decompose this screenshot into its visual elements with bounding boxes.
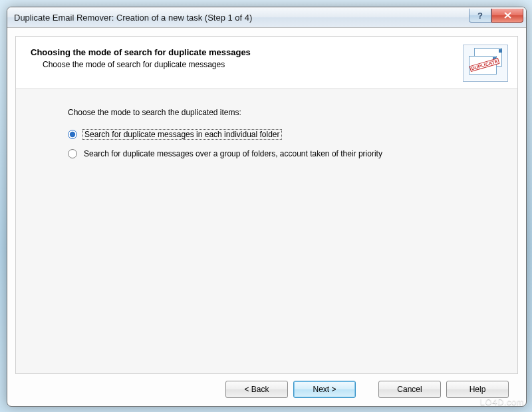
wizard-header: Choosing the mode of search for duplicat… bbox=[16, 37, 517, 89]
dialog-window: Duplicate Email Remover: Creation of a n… bbox=[7, 7, 527, 407]
next-button[interactable]: Next > bbox=[293, 381, 356, 398]
close-title-button[interactable] bbox=[491, 9, 523, 23]
help-title-button[interactable]: ? bbox=[469, 9, 491, 23]
back-button[interactable]: < Back bbox=[225, 381, 288, 398]
watermark-text: LO4D.com bbox=[480, 397, 524, 407]
client-area: Choosing the mode of search for duplicat… bbox=[7, 28, 526, 406]
titlebar[interactable]: Duplicate Email Remover: Creation of a n… bbox=[7, 7, 526, 28]
title-buttons: ? bbox=[469, 9, 523, 22]
help-button[interactable]: Help bbox=[446, 381, 509, 398]
wizard-header-subtitle: Choose the mode of search for duplicate … bbox=[31, 60, 463, 69]
cancel-button[interactable]: Cancel bbox=[378, 381, 441, 398]
radio-individual-folder[interactable] bbox=[68, 130, 77, 139]
option-row-individual: Search for duplicate messages in each in… bbox=[68, 129, 504, 140]
wizard-panel: Choosing the mode of search for duplicat… bbox=[15, 36, 518, 374]
radio-label-group[interactable]: Search for duplicate messages over a gro… bbox=[82, 149, 384, 158]
close-icon bbox=[504, 12, 511, 19]
help-icon: ? bbox=[477, 11, 483, 20]
wizard-header-title: Choosing the mode of search for duplicat… bbox=[31, 47, 463, 57]
instruction-text: Choose the mode to search the duplicated… bbox=[68, 108, 504, 117]
duplicate-envelope-icon: DUPLICATE bbox=[463, 45, 508, 82]
wizard-body: Choose the mode to search the duplicated… bbox=[16, 89, 517, 373]
radio-label-individual[interactable]: Search for duplicate messages in each in… bbox=[82, 129, 282, 140]
option-row-group: Search for duplicate messages over a gro… bbox=[68, 149, 504, 158]
radio-group-folders[interactable] bbox=[68, 149, 77, 158]
wizard-button-bar: < Back Next > Cancel Help bbox=[15, 374, 518, 399]
wizard-header-text: Choosing the mode of search for duplicat… bbox=[31, 45, 463, 82]
window-title: Duplicate Email Remover: Creation of a n… bbox=[14, 13, 469, 23]
